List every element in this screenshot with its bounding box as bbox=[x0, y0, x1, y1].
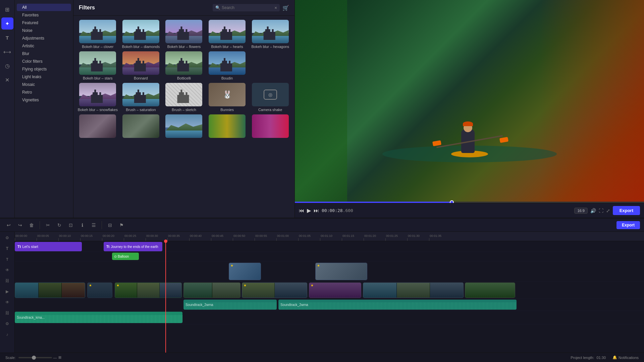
filter-item-r5[interactable] bbox=[250, 114, 290, 139]
text-clip-label: Let's start bbox=[22, 245, 38, 249]
undo-button[interactable]: ↩ bbox=[4, 220, 13, 230]
ruler-mark-7: 00:00:35 bbox=[167, 234, 189, 241]
tl-eye-icon[interactable]: 👁 bbox=[3, 265, 12, 275]
filter-item-bokeh-clover[interactable]: Bokeh blur – clover bbox=[77, 20, 118, 49]
audio-clip-soundtrack-kma[interactable]: Soundtrack_kma... bbox=[15, 312, 182, 323]
skip-back-button[interactable]: ⏮ bbox=[299, 208, 304, 214]
filter-item-botticelli[interactable]: Botticelli bbox=[164, 51, 204, 80]
overlay-clip-1[interactable]: ★ bbox=[229, 263, 261, 280]
list-button[interactable]: ☰ bbox=[89, 220, 98, 230]
remove-bg-button[interactable]: ✕ bbox=[1, 74, 13, 86]
scale-label: Scale: bbox=[5, 356, 16, 360]
media-button[interactable]: ⊞ bbox=[1, 3, 13, 15]
filter-cat-retro[interactable]: Retro bbox=[17, 89, 71, 96]
filter-cat-blur[interactable]: Blur bbox=[17, 50, 71, 57]
redo2-button[interactable]: ↻ bbox=[55, 220, 64, 230]
filter-cat-adjustments[interactable]: Adjustments bbox=[17, 35, 71, 42]
filter-cat-all[interactable]: All bbox=[17, 4, 71, 11]
filter-item-bokeh-diamonds[interactable]: Bokeh blur – diamonds bbox=[121, 20, 161, 49]
transitions-button[interactable]: ⟷ bbox=[1, 46, 13, 58]
time-button[interactable]: ◷ bbox=[1, 60, 13, 72]
project-length-label: Project length: bbox=[571, 356, 594, 360]
filter-item-bokeh-stars[interactable]: Bokeh blur – stars bbox=[77, 51, 118, 80]
tl-chain-icon[interactable]: ⛓ bbox=[3, 276, 12, 286]
tl-text2-icon[interactable]: T bbox=[3, 255, 12, 264]
preview-controls: ⏮ ▶ ⏭ 00:00:28.600 16:9 🔊 ⛶ ⤢ Export bbox=[295, 203, 644, 218]
delete-button[interactable]: 🗑 bbox=[27, 220, 36, 230]
filter-item-r2[interactable] bbox=[121, 114, 161, 139]
filter-item-r3[interactable] bbox=[164, 114, 204, 139]
text-clip-lets-start[interactable]: Tt Let's start bbox=[15, 242, 82, 251]
cut-button[interactable]: ✂ bbox=[43, 220, 53, 230]
video-clip-6[interactable]: ★ bbox=[309, 282, 361, 298]
filter-cat-color-filters[interactable]: Color filters bbox=[17, 58, 71, 65]
clear-search-icon[interactable]: ✕ bbox=[274, 6, 277, 10]
filter-cat-mosaic[interactable]: Mosaic bbox=[17, 81, 71, 88]
crop-button[interactable]: ⊡ bbox=[66, 220, 75, 230]
fullscreen-icon[interactable]: ⛶ bbox=[599, 208, 603, 213]
tl-audio-settings-icon[interactable]: ⚙ bbox=[3, 319, 12, 328]
audio-clip-soundtrack-2wma-2[interactable]: Soundtrack_2wma bbox=[278, 300, 517, 310]
effects-button[interactable]: ✦ bbox=[1, 17, 13, 30]
cart-icon[interactable]: 🛒 bbox=[282, 5, 289, 11]
filter-item-boudin[interactable]: Boudin bbox=[207, 51, 248, 80]
overlay-clip-2[interactable]: ★ bbox=[315, 263, 367, 280]
filter-name-bokeh-flowers: Bokeh blur – flowers bbox=[167, 45, 201, 49]
video-clip-8[interactable] bbox=[465, 282, 515, 298]
tl-text-icon[interactable]: T bbox=[3, 244, 12, 253]
filter-item-bokeh-snowflakes[interactable]: Bokeh blur – snowflakes bbox=[77, 83, 118, 112]
notifications-button[interactable]: 🔔 Notifications bbox=[612, 355, 639, 360]
project-length-value: 01:30 bbox=[597, 356, 606, 360]
filter-item-brush-saturation[interactable]: Brush – saturation bbox=[121, 83, 161, 112]
filter-cat-artistic[interactable]: Artistic bbox=[17, 42, 71, 50]
filter-item-bunnies[interactable]: 🐰 Bunnies bbox=[207, 83, 248, 112]
text-clip-journey[interactable]: Tt Journey to the ends of the earth bbox=[104, 242, 162, 251]
filter-cat-favorites[interactable]: Favorites bbox=[17, 11, 71, 19]
filter-name-boudin: Boudin bbox=[221, 76, 233, 80]
flag-button[interactable]: ⚑ bbox=[117, 220, 126, 230]
filter-cat-vignettes[interactable]: Vignettes bbox=[17, 96, 71, 104]
filter-item-brush-sketch[interactable]: Brush – sketch bbox=[164, 83, 204, 112]
filter-item-bokeh-hexagons[interactable]: Bokeh blur – hexagons bbox=[250, 20, 290, 49]
play-button[interactable]: ▶ bbox=[307, 207, 311, 214]
filter-cat-noise[interactable]: Noise bbox=[17, 27, 71, 34]
redo-button[interactable]: ↪ bbox=[15, 220, 25, 230]
text-button[interactable]: T bbox=[1, 32, 13, 44]
audio-clip-soundtrack-2wma[interactable]: Soundtrack_2wma bbox=[183, 300, 277, 310]
filter-cat-featured[interactable]: Featured bbox=[17, 19, 71, 27]
filter-item-r4[interactable] bbox=[207, 114, 248, 139]
video-clip-2[interactable]: ★ bbox=[87, 282, 112, 298]
filter-cat-flying-objects[interactable]: Flying objects bbox=[17, 65, 71, 73]
tl-audio-icon[interactable]: ♪ bbox=[3, 330, 12, 339]
export-button-timeline[interactable]: Export bbox=[616, 221, 640, 229]
ruler-mark-6: 00:00:30 bbox=[146, 234, 167, 241]
filter-item-bonnard[interactable]: Bonnard bbox=[121, 51, 161, 80]
expand-icon[interactable]: ⤢ bbox=[606, 208, 610, 213]
filter-item-r1[interactable] bbox=[77, 114, 118, 139]
video-clip-3[interactable]: ★ bbox=[115, 282, 182, 298]
timeline-content[interactable]: 00:00:00 00:00:05 00:00:10 00:00:15 00:0… bbox=[15, 232, 644, 353]
video-clip-1[interactable] bbox=[15, 282, 85, 298]
skip-forward-button[interactable]: ⏭ bbox=[314, 208, 319, 214]
search-input[interactable] bbox=[222, 5, 274, 10]
filter-cat-light-leaks[interactable]: Light leaks bbox=[17, 73, 71, 81]
filter-item-bokeh-hearts[interactable]: Bokeh blur – hearts bbox=[207, 20, 248, 49]
filter-item-camera-shake[interactable]: ◎ Camera shake bbox=[250, 83, 290, 112]
video-clip-5[interactable]: ★ bbox=[242, 282, 307, 298]
screen-button[interactable]: ⊟ bbox=[105, 220, 115, 230]
balloon-clip[interactable]: ⊙ Balloon bbox=[112, 253, 139, 260]
volume-icon[interactable]: 🔊 bbox=[590, 208, 596, 213]
scale-thumb[interactable] bbox=[32, 356, 36, 360]
tl-chain2-icon[interactable]: ⛓ bbox=[3, 308, 12, 318]
search-box[interactable]: 🔍 ✕ bbox=[213, 4, 280, 11]
tl-settings-icon[interactable]: ⚙ bbox=[3, 233, 12, 243]
video-clip-4[interactable] bbox=[183, 282, 240, 298]
video-clip-7[interactable] bbox=[363, 282, 464, 298]
tl-video-icon[interactable]: ▶ bbox=[3, 287, 12, 296]
filter-item-bokeh-flowers[interactable]: Bokeh blur – flowers bbox=[164, 20, 204, 49]
ratio-button[interactable]: 16:9 bbox=[574, 208, 587, 214]
export-button[interactable]: Export bbox=[613, 206, 640, 215]
scale-slider[interactable] bbox=[18, 357, 52, 358]
info-button[interactable]: ℹ bbox=[77, 220, 87, 230]
tl-eye2-icon[interactable]: 👁 bbox=[3, 298, 12, 307]
